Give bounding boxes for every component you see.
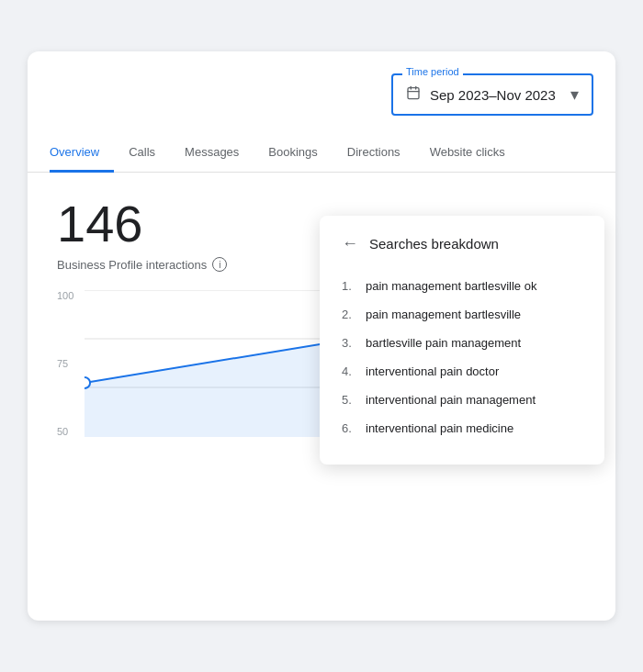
chart-y-labels: 100 75 50: [57, 290, 73, 437]
chart-area: 100 75 50: [57, 290, 586, 455]
search-text: pain management bartlesville: [366, 308, 521, 321]
search-text: interventional pain doctor: [366, 364, 499, 378]
svg-rect-0: [408, 88, 419, 99]
search-num: 4.: [342, 364, 355, 378]
tabs-nav: Overview Calls Messages Bookings Directi…: [28, 134, 615, 173]
panel-title: Searches breakdown: [369, 236, 499, 252]
back-arrow-icon[interactable]: ←: [342, 234, 358, 253]
list-item: 3. bartlesville pain management: [342, 329, 582, 357]
main-card: Time period Sep 2023–Nov 2023 ▾ Overview…: [28, 51, 615, 621]
list-item: 5. interventional pain management: [342, 386, 582, 414]
metric-label-text: Business Profile interactions: [57, 258, 207, 272]
tab-overview[interactable]: Overview: [50, 134, 114, 173]
list-item: 1. pain management bartlesville ok: [342, 272, 582, 300]
calendar-icon: [406, 85, 421, 104]
y-label-75: 75: [57, 358, 73, 369]
info-icon[interactable]: i: [212, 257, 227, 272]
svg-point-8: [85, 377, 90, 388]
tab-calls[interactable]: Calls: [114, 134, 170, 173]
searches-panel: ← Searches breakdown 1. pain management …: [320, 216, 604, 465]
time-period-wrapper: Time period Sep 2023–Nov 2023 ▾: [391, 73, 593, 116]
search-list: 1. pain management bartlesville ok 2. pa…: [342, 272, 582, 442]
time-period-select[interactable]: Sep 2023–Nov 2023 ▾: [391, 73, 593, 116]
search-num: 6.: [342, 421, 355, 435]
tab-website-clicks[interactable]: Website clicks: [415, 134, 520, 173]
search-num: 3.: [342, 336, 355, 350]
search-num: 5.: [342, 393, 355, 407]
search-text: pain management bartlesville ok: [366, 279, 536, 293]
list-item: 2. pain management bartlesville: [342, 300, 582, 329]
list-item: 4. interventional pain doctor: [342, 357, 582, 386]
y-label-100: 100: [57, 290, 73, 301]
search-text: interventional pain medicine: [366, 421, 513, 435]
list-item: 6. interventional pain medicine: [342, 414, 582, 442]
tab-messages[interactable]: Messages: [170, 134, 254, 173]
search-num: 1.: [342, 279, 355, 293]
time-period-label: Time period: [402, 66, 463, 77]
search-text: interventional pain management: [366, 393, 536, 407]
tab-directions[interactable]: Directions: [333, 134, 415, 173]
search-num: 2.: [342, 308, 355, 321]
y-label-50: 50: [57, 426, 73, 437]
time-period-value: Sep 2023–Nov 2023: [430, 87, 561, 103]
dropdown-arrow-icon: ▾: [570, 84, 579, 105]
tab-bookings[interactable]: Bookings: [254, 134, 332, 173]
panel-header: ← Searches breakdown: [342, 234, 582, 253]
search-text: bartlesville pain management: [366, 336, 521, 350]
card-header: Time period Sep 2023–Nov 2023 ▾: [28, 51, 615, 116]
